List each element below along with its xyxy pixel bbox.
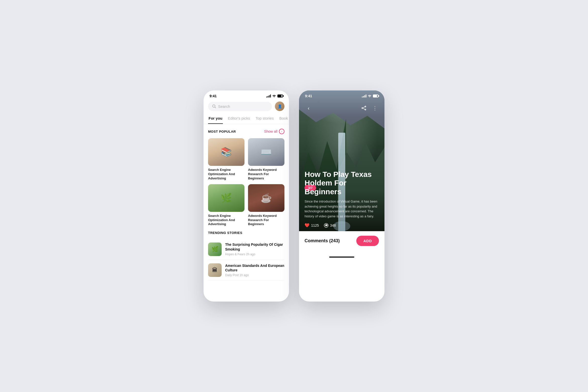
card-3-title: Search Engine Optimization And Advertisi… — [208, 214, 244, 227]
svg-point-3 — [365, 109, 366, 110]
card-2-title: Adwords Keyword Research For Beginners — [248, 168, 284, 181]
comments-count: 348 — [330, 223, 336, 227]
time-2: 9:41 — [305, 94, 312, 98]
popular-card-3[interactable]: Search Engine Optimization And Advertisi… — [208, 184, 244, 227]
status-bar-2: 9:41 — [299, 90, 384, 100]
nav-right-buttons: ⋮ — [359, 104, 379, 113]
trending-info-2: American Standards And European Culture … — [225, 263, 284, 277]
more-button[interactable]: ⋮ — [370, 104, 379, 113]
trending-header: TRENDING STORIES — [208, 231, 284, 235]
phone-article: 9:41 — [299, 90, 384, 302]
search-placeholder: Search — [218, 104, 230, 109]
battery-icon-2 — [373, 94, 378, 97]
search-icon — [212, 104, 216, 108]
signal-icon-2 — [362, 94, 366, 97]
heart-icon: ❤️ — [305, 223, 310, 228]
trending-item-2[interactable]: 🏛 American Standards And European Cultur… — [208, 260, 284, 281]
article-nav: ‹ ⋮ — [299, 102, 384, 115]
home-indicator — [299, 252, 384, 261]
trending-title-1: The Surprising Popularity Of Cigar Smoki… — [225, 242, 284, 251]
avatar-image: 👤 — [275, 102, 284, 111]
card-4-title: Adwords Keyword Research For Beginners — [248, 214, 284, 227]
show-all-button[interactable]: Show all › — [264, 129, 284, 134]
nav-tabs: For you Editor's picks Top stories Book — [204, 114, 289, 124]
trending-section: TRENDING STORIES 🌿 The Surprising Popula… — [208, 231, 284, 281]
show-all-arrow: › — [279, 129, 284, 134]
phone-feed: 9:41 — [204, 90, 289, 302]
content-area: MOST POPULAR Show all › Search Engine Op… — [204, 124, 289, 302]
trending-meta-1: Hopes & Fears 2h ago — [225, 253, 284, 256]
wifi-icon-2 — [368, 94, 372, 97]
status-icons-1 — [266, 94, 283, 97]
tab-for-you[interactable]: For you — [208, 114, 223, 124]
back-button[interactable]: ‹ — [304, 104, 313, 113]
tab-editors-picks[interactable]: Editor's picks — [227, 114, 251, 124]
trending-title-2: American Standards And European Culture — [225, 263, 284, 272]
comments-title: Comments (243) — [305, 238, 340, 243]
page-wrapper: 9:41 — [204, 90, 384, 302]
tab-book[interactable]: Book — [279, 114, 288, 124]
likes-count: 1125 — [311, 223, 319, 227]
popular-card-2[interactable]: Adwords Keyword Research For Beginners — [248, 138, 284, 181]
search-bar[interactable]: Search — [208, 102, 272, 111]
avatar[interactable]: 👤 — [275, 102, 284, 111]
search-row: Search 👤 — [204, 100, 289, 114]
svg-point-4 — [362, 108, 363, 109]
card-3-image — [208, 184, 244, 212]
popular-card-4[interactable]: Adwords Keyword Research For Beginners — [248, 184, 284, 227]
article-stats: ❤️ 1125 💬 348 — [305, 223, 379, 228]
status-icons-2 — [362, 94, 378, 97]
trending-meta-2: Daily Post 1h ago — [225, 273, 284, 277]
home-bar — [329, 257, 354, 258]
card-4-image — [248, 184, 284, 212]
article-bottom: Comments (243) ADD — [299, 231, 384, 252]
svg-line-5 — [363, 107, 365, 108]
trending-info-1: The Surprising Popularity Of Cigar Smoki… — [225, 242, 284, 256]
popular-cards-grid: Search Engine Optimization And Advertisi… — [208, 138, 284, 226]
trending-title: TRENDING STORIES — [208, 231, 242, 235]
comments-stat: 💬 348 — [324, 223, 336, 228]
add-comment-button[interactable]: ADD — [356, 236, 379, 246]
share-button[interactable] — [359, 104, 368, 113]
tab-top-stories[interactable]: Top stories — [255, 114, 274, 124]
trending-thumb-1: 🌿 — [208, 242, 222, 256]
popular-card-1[interactable]: Search Engine Optimization And Advertisi… — [208, 138, 244, 181]
status-bar-1: 9:41 — [204, 90, 289, 100]
wifi-icon — [272, 94, 276, 97]
time-1: 9:41 — [210, 94, 217, 98]
trending-item-1[interactable]: 🌿 The Surprising Popularity Of Cigar Smo… — [208, 239, 284, 260]
most-popular-header: MOST POPULAR Show all › — [208, 129, 284, 134]
article-title-overlay: How To Play Texas Holdem For Beginners S… — [305, 170, 379, 219]
card-1-image — [208, 138, 244, 166]
signal-icon — [266, 94, 271, 97]
card-1-title: Search Engine Optimization And Advertisi… — [208, 168, 244, 181]
most-popular-title: MOST POPULAR — [208, 130, 236, 133]
likes-stat: ❤️ 1125 — [305, 223, 319, 228]
card-2-image — [248, 138, 284, 166]
article-preview: Since the introduction of Virtual Game, … — [305, 199, 379, 219]
svg-point-2 — [365, 106, 366, 107]
article-hero: 9:41 — [299, 90, 384, 231]
svg-line-1 — [215, 107, 216, 108]
svg-line-6 — [363, 108, 365, 109]
trending-thumb-2: 🏛 — [208, 263, 222, 277]
battery-icon — [277, 94, 283, 97]
comment-icon: 💬 — [324, 223, 328, 228]
article-main-title: How To Play Texas Holdem For Beginners — [305, 170, 379, 196]
